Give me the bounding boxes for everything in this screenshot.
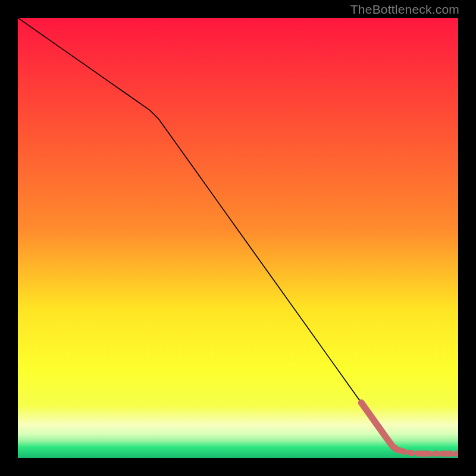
chart-stage: TheBottleneck.com <box>0 0 476 476</box>
plot-area <box>18 18 458 458</box>
svg-rect-0 <box>18 18 458 458</box>
attribution-label: TheBottleneck.com <box>350 2 459 17</box>
chart-svg <box>18 18 458 458</box>
